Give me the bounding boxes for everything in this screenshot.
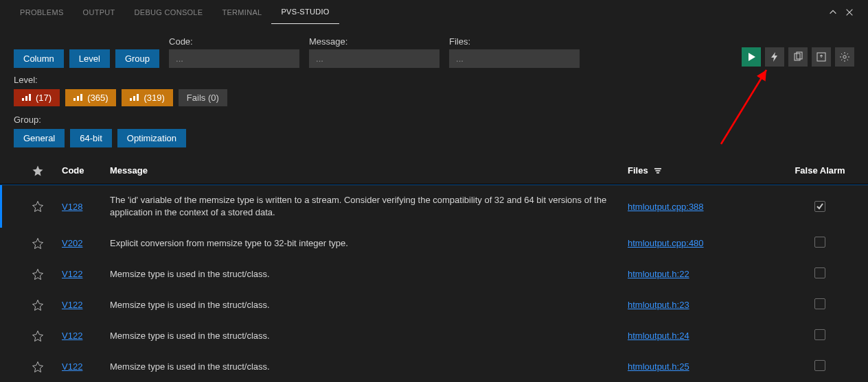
group-button[interactable]: Group xyxy=(115,49,159,68)
message-label: Message: xyxy=(309,36,439,47)
code-header[interactable]: Code xyxy=(62,165,110,176)
svg-rect-4 xyxy=(22,98,24,101)
sort-desc-icon xyxy=(654,167,662,174)
level-section-label: Level: xyxy=(0,72,868,88)
file-cell: htmloutput.h:25 xyxy=(628,361,786,372)
tab-terminal[interactable]: TERMINAL xyxy=(212,0,271,24)
level-1-chip[interactable]: (17) xyxy=(14,89,60,106)
false-alarm-cell[interactable] xyxy=(786,201,854,213)
fails-chip[interactable]: Fails (0) xyxy=(179,89,227,106)
table-row[interactable]: V128The 'id' variable of the memsize typ… xyxy=(0,185,868,228)
svg-point-3 xyxy=(843,56,846,58)
file-cell: htmloutput.h:22 xyxy=(628,269,786,279)
level-2-count: (365) xyxy=(87,93,108,103)
file-cell: htmloutput.cpp:480 xyxy=(628,238,786,248)
code-link[interactable]: V122 xyxy=(62,361,82,372)
file-cell: htmloutput.h:24 xyxy=(628,331,786,341)
gear-icon[interactable] xyxy=(835,47,854,67)
level-chips: (17) (365) (319) Fails (0) xyxy=(0,88,868,112)
lightning-icon[interactable] xyxy=(765,47,784,67)
files-input[interactable] xyxy=(449,49,580,68)
table-row[interactable]: V122Memsize type is used in the struct/c… xyxy=(0,320,868,351)
code-link[interactable]: V202 xyxy=(62,238,82,248)
tab-output[interactable]: OUTPUT xyxy=(73,0,125,24)
level-button[interactable]: Level xyxy=(69,49,110,68)
message-cell: Memsize type is used in the struct/class… xyxy=(110,330,628,342)
group-optimization-button[interactable]: Optimization xyxy=(117,129,186,147)
message-cell: Explicit conversion from memsize type to… xyxy=(110,237,628,250)
file-link[interactable]: htmloutput.cpp:388 xyxy=(628,202,704,212)
group-general-button[interactable]: General xyxy=(14,129,65,147)
false-alarm-cell[interactable] xyxy=(786,329,854,342)
star-header[interactable] xyxy=(14,165,62,177)
star-toggle[interactable] xyxy=(14,299,62,311)
table-row[interactable]: V122Memsize type is used in the struct/c… xyxy=(0,289,868,320)
code-link[interactable]: V122 xyxy=(62,300,82,310)
message-field: Message: xyxy=(309,36,439,68)
group-64bit-button[interactable]: 64-bit xyxy=(70,129,112,147)
table-body[interactable]: V128The 'id' variable of the memsize typ… xyxy=(0,184,868,382)
tab-pvs-studio[interactable]: PVS-STUDIO xyxy=(271,0,339,24)
false-alarm-header[interactable]: False Alarm xyxy=(786,165,854,176)
file-link[interactable]: htmloutput.h:24 xyxy=(628,331,689,341)
code-cell: V122 xyxy=(62,331,110,341)
svg-rect-12 xyxy=(137,94,139,101)
table-header: Code Message Files False Alarm xyxy=(0,157,868,184)
svg-rect-9 xyxy=(80,94,82,101)
message-header[interactable]: Message xyxy=(110,165,628,176)
file-link[interactable]: htmloutput.h:25 xyxy=(628,361,689,372)
group-chips: General 64-bit Optimization xyxy=(0,128,868,153)
star-toggle[interactable] xyxy=(14,361,62,373)
star-toggle[interactable] xyxy=(14,237,62,250)
code-cell: V128 xyxy=(62,202,110,212)
svg-rect-6 xyxy=(29,94,31,101)
file-cell: htmloutput.cpp:388 xyxy=(628,202,786,212)
level-3-count: (319) xyxy=(144,93,164,103)
message-cell: Memsize type is used in the struct/class… xyxy=(110,299,628,311)
code-cell: V122 xyxy=(62,269,110,279)
column-button[interactable]: Column xyxy=(14,49,64,68)
false-alarm-cell[interactable] xyxy=(786,360,854,373)
table-row[interactable]: V122Memsize type is used in the struct/c… xyxy=(0,259,868,289)
svg-rect-5 xyxy=(25,96,27,101)
file-link[interactable]: htmloutput.h:23 xyxy=(628,300,689,310)
table-row[interactable]: V202Explicit conversion from memsize typ… xyxy=(0,228,868,259)
false-alarm-cell[interactable] xyxy=(786,298,854,311)
star-toggle[interactable] xyxy=(14,200,62,213)
false-alarm-cell[interactable] xyxy=(786,267,854,280)
files-field: Files: xyxy=(449,36,580,68)
code-link[interactable]: V122 xyxy=(62,269,82,279)
copy-icon[interactable] xyxy=(788,47,808,67)
level-1-count: (17) xyxy=(36,93,52,103)
star-toggle[interactable] xyxy=(14,268,62,280)
code-link[interactable]: V128 xyxy=(62,202,82,212)
bars-icon xyxy=(73,93,83,103)
tab-problems[interactable]: PROBLEMS xyxy=(10,0,73,24)
false-alarm-cell[interactable] xyxy=(786,237,854,250)
svg-rect-8 xyxy=(77,96,79,101)
toolbar-icons xyxy=(742,47,854,68)
panel-tabs: PROBLEMS OUTPUT DEBUG CONSOLE TERMINAL P… xyxy=(0,0,868,24)
code-cell: V122 xyxy=(62,361,110,372)
file-cell: htmloutput.h:23 xyxy=(628,300,786,310)
export-icon[interactable] xyxy=(812,47,831,67)
code-cell: V122 xyxy=(62,300,110,310)
chevron-up-icon[interactable] xyxy=(825,4,841,21)
file-link[interactable]: htmloutput.cpp:480 xyxy=(628,238,704,248)
svg-rect-11 xyxy=(133,96,135,101)
code-link[interactable]: V122 xyxy=(62,331,82,341)
level-2-chip[interactable]: (365) xyxy=(65,89,116,106)
message-input[interactable] xyxy=(309,49,439,68)
table-row[interactable]: V122Memsize type is used in the struct/c… xyxy=(0,351,868,382)
bars-icon xyxy=(22,93,32,103)
close-icon[interactable] xyxy=(841,4,858,21)
star-toggle[interactable] xyxy=(14,330,62,342)
bars-icon xyxy=(130,93,139,103)
tab-debug-console[interactable]: DEBUG CONSOLE xyxy=(125,0,213,24)
group-section-label: Group: xyxy=(0,112,868,128)
play-icon[interactable] xyxy=(742,47,761,67)
code-input[interactable] xyxy=(169,49,299,68)
files-header[interactable]: Files xyxy=(628,165,786,176)
file-link[interactable]: htmloutput.h:22 xyxy=(628,269,689,279)
level-3-chip[interactable]: (319) xyxy=(122,89,172,106)
